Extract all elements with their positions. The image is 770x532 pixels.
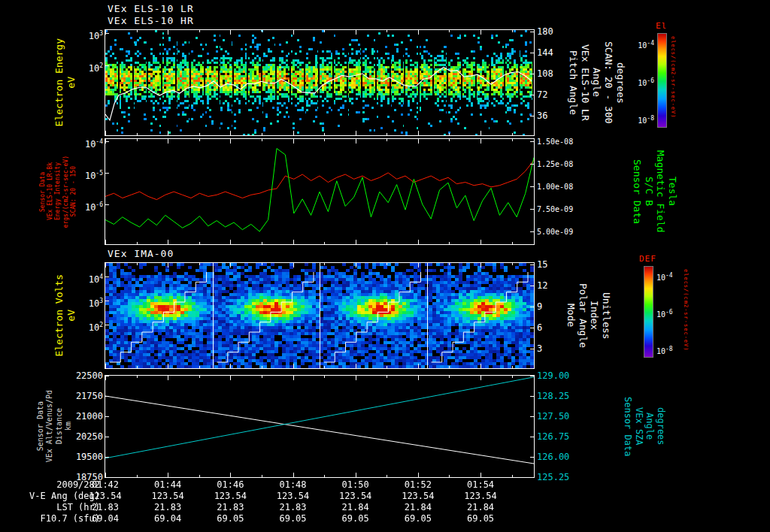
table-cell: 69.05 — [333, 513, 378, 524]
table-cell: 123.54 — [271, 491, 316, 501]
table-cell: 123.54 — [145, 491, 190, 501]
table-cell: 21.83 — [208, 502, 253, 512]
table-cell: 21.83 — [145, 502, 190, 512]
time-axis-and-table: 2009/28201:4201:4401:4601:4801:5001:5201… — [0, 0, 770, 532]
table-cell: 69.05 — [271, 513, 316, 524]
table-cell: 21.83 — [83, 502, 128, 512]
table-cell: 69.05 — [208, 513, 253, 524]
table-cell: 21.83 — [271, 502, 316, 512]
table-cell: 123.54 — [458, 491, 503, 501]
table-cell: 123.54 — [396, 491, 441, 501]
table-cell: 21.84 — [396, 502, 441, 512]
table-cell: 123.54 — [333, 491, 378, 501]
time-tick-label: 01:46 — [208, 479, 253, 490]
table-cell: 69.05 — [458, 513, 503, 524]
table-cell: 21.84 — [458, 502, 503, 512]
table-cell: 123.54 — [83, 491, 128, 501]
time-tick-label: 01:50 — [333, 479, 378, 490]
time-tick-label: 01:44 — [145, 479, 190, 490]
time-tick-label: 01:54 — [458, 479, 503, 490]
time-tick-label: 01:48 — [271, 479, 316, 490]
time-tick-label: 01:52 — [396, 479, 441, 490]
table-cell: 69.04 — [145, 513, 190, 524]
table-cell: 69.05 — [396, 513, 441, 524]
vex-quicklook-plot: VEx ELS-10 LR VEx ELS-10 HR VEx IMA-00 E… — [0, 0, 770, 532]
table-cell: 21.84 — [333, 502, 378, 512]
table-cell: 69.04 — [83, 513, 128, 524]
time-tick-label: 01:42 — [83, 479, 128, 490]
table-cell: 123.54 — [208, 491, 253, 501]
